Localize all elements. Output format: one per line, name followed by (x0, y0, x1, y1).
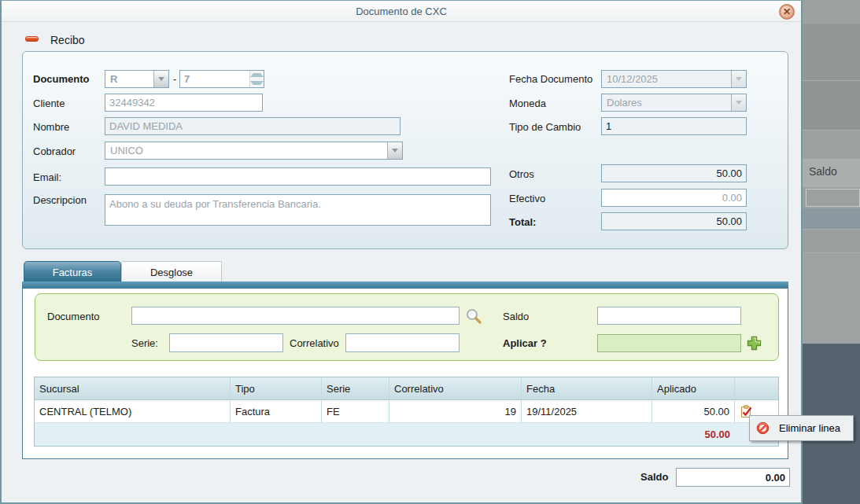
search-correlativo-input[interactable] (345, 333, 460, 352)
email-input[interactable] (105, 167, 491, 186)
bg-band (803, 253, 860, 344)
bg-cell-box (806, 189, 860, 207)
search-saldo-label: Saldo (503, 311, 529, 322)
search-icon[interactable] (465, 307, 482, 325)
search-documento-input[interactable] (131, 307, 460, 325)
bg-band (803, 81, 860, 131)
col-aplicado[interactable]: Aplicado (652, 377, 735, 400)
bg-band (803, 230, 860, 253)
cell-correlativo: 19 (389, 400, 522, 423)
bg-saldo-header-label: Saldo (803, 159, 860, 178)
tipo-cambio-label: Tipo de Cambio (509, 121, 581, 133)
search-correlativo-label: Correlativo (290, 337, 339, 349)
section-title: Recibo (50, 34, 85, 46)
table-footer-row: 50.00 (35, 423, 778, 446)
efectivo-label: Efectivo (509, 193, 545, 204)
aplicar-input[interactable] (597, 334, 741, 352)
dialog-titlebar[interactable]: Documento de CXC ✕ (2, 1, 801, 22)
spinner-down-icon[interactable] (250, 79, 264, 88)
total-input[interactable] (601, 212, 747, 230)
documento-prefix-value: R (110, 73, 151, 85)
search-documento-label: Documento (47, 311, 99, 322)
moneda-label: Moneda (509, 97, 546, 109)
cliente-label: Cliente (33, 97, 65, 109)
email-label: Email: (33, 171, 61, 183)
search-saldo-input[interactable] (597, 307, 741, 325)
context-menu: Eliminar linea (749, 415, 854, 441)
moneda-dropdown-icon[interactable] (731, 94, 746, 111)
tab-strip-bar (22, 281, 788, 289)
fecha-documento-label: Fecha Documento (509, 73, 592, 85)
table-row[interactable]: CENTRAL (TELMO) Factura FE 19 19/11/2025… (35, 400, 778, 423)
efectivo-input[interactable] (601, 189, 747, 207)
fecha-documento-select[interactable]: 10/12/2025 (601, 70, 747, 88)
cobrador-select[interactable]: UNICO (105, 142, 403, 160)
dialog-documento-cxc: Documento de CXC ✕ Recibo Documento Clie… (0, 0, 803, 504)
recibo-dash-icon (25, 36, 39, 42)
footer-saldo-label: Saldo (640, 471, 668, 483)
aplicar-label: Aplicar ? (503, 337, 547, 349)
col-sucursal[interactable]: Sucursal (35, 377, 231, 400)
col-correlativo[interactable]: Correlativo (389, 377, 522, 400)
search-serie-input[interactable] (169, 333, 283, 352)
tipo-cambio-input[interactable] (601, 117, 747, 135)
delete-forbidden-icon (756, 421, 770, 435)
footer-saldo-input[interactable] (676, 468, 790, 487)
bg-band (803, 24, 860, 81)
add-line-icon[interactable] (746, 335, 762, 351)
cell-sucursal: CENTRAL (TELMO) (35, 400, 231, 423)
moneda-value: Dolares (607, 97, 729, 109)
search-serie-label: Serie: (131, 337, 158, 349)
fecha-dropdown-icon[interactable] (731, 71, 746, 87)
cell-tipo: Factura (231, 400, 322, 423)
bg-band (803, 0, 860, 24)
nombre-input[interactable] (105, 117, 400, 135)
table-header-row: Sucursal Tipo Serie Correlativo Fecha Ap… (35, 377, 778, 400)
documento-label: Documento (33, 73, 90, 85)
col-fecha[interactable]: Fecha (522, 377, 652, 400)
dialog-title: Documento de CXC (2, 6, 801, 17)
cobrador-value: UNICO (110, 145, 385, 156)
cobrador-dropdown-icon[interactable] (387, 142, 402, 159)
fecha-documento-value: 10/12/2025 (607, 73, 729, 85)
total-label: Total: (509, 216, 536, 228)
bg-column-header-saldo: Saldo (803, 159, 860, 187)
menu-item-label: Eliminar linea (779, 422, 840, 434)
bg-band (803, 131, 860, 159)
menu-item-eliminar-linea[interactable]: Eliminar linea (750, 421, 853, 435)
screen: Saldo Documento de CXC ✕ Recibo Document… (0, 0, 860, 504)
col-actions (735, 377, 778, 400)
descripcion-textarea[interactable]: Abono a su deuda por Transferencia Banca… (105, 194, 491, 226)
otros-input[interactable] (601, 164, 747, 182)
documento-prefix-select[interactable]: R (105, 70, 169, 88)
aplicado-total: 50.00 (652, 423, 735, 446)
tab-facturas[interactable]: Facturas (24, 261, 121, 282)
tab-facturas-label: Facturas (53, 267, 93, 278)
documento-separator: - (173, 73, 176, 85)
documento-prefix-dropdown-icon[interactable] (153, 71, 168, 87)
cell-fecha: 19/11/2025 (522, 400, 652, 423)
cobrador-label: Cobrador (33, 145, 76, 157)
descripcion-label: Descripcion (33, 194, 87, 206)
otros-label: Otros (509, 168, 534, 180)
col-serie[interactable]: Serie (322, 377, 389, 400)
cell-aplicado: 50.00 (652, 400, 735, 423)
cell-serie: FE (322, 400, 389, 423)
cliente-input[interactable] (105, 94, 263, 112)
moneda-select[interactable]: Dolares (601, 94, 747, 112)
spinner-up-icon[interactable] (250, 71, 264, 79)
close-icon[interactable]: ✕ (779, 4, 795, 20)
nombre-label: Nombre (33, 121, 69, 133)
invoices-table: Sucursal Tipo Serie Correlativo Fecha Ap… (34, 377, 779, 447)
col-tipo[interactable]: Tipo (231, 377, 322, 400)
bg-band (803, 208, 860, 230)
tab-desglose-label: Desglose (150, 267, 193, 278)
tab-desglose[interactable]: Desglose (121, 261, 222, 282)
documento-number-spinner[interactable] (249, 71, 264, 87)
